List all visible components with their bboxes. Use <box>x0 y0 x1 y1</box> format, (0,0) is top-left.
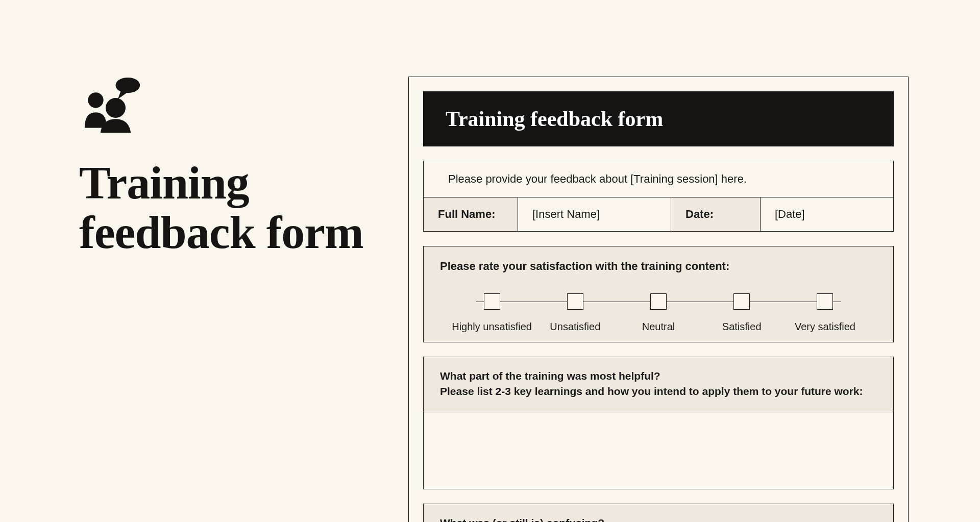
form-title-bar: Training feedback form <box>423 91 894 146</box>
rating-option: Highly unsatisfied <box>450 293 533 333</box>
date-field[interactable]: [Date] <box>761 197 893 231</box>
rating-section: Please rate your satisfaction with the t… <box>423 246 894 342</box>
rating-label: Unsatisfied <box>550 321 600 333</box>
question-prompt-line: What part of the training was most helpf… <box>440 368 877 384</box>
rating-checkbox-1[interactable] <box>484 293 500 310</box>
rating-option: Satisfied <box>700 293 783 333</box>
svg-point-0 <box>116 78 140 93</box>
question-answer-1[interactable] <box>424 412 893 489</box>
form-intro-text: Please provide your feedback about [Trai… <box>424 161 893 197</box>
hero-title: Training feedback form <box>79 158 365 257</box>
question-block-1: What part of the training was most helpf… <box>423 357 894 489</box>
rating-option: Unsatisfied <box>533 293 617 333</box>
question-prompt-1: What part of the training was most helpf… <box>424 357 893 412</box>
rating-checkbox-3[interactable] <box>650 293 667 310</box>
question-block-2: What was (or still is) confusing? <box>423 504 894 522</box>
rating-option: Very satisfied <box>783 293 867 333</box>
question-prompt-line: Please list 2-3 key learnings and how yo… <box>440 384 877 399</box>
full-name-label: Full Name: <box>424 197 518 231</box>
rating-checkbox-4[interactable] <box>733 293 750 310</box>
rating-prompt: Please rate your satisfaction with the t… <box>440 260 877 273</box>
rating-label: Very satisfied <box>795 321 855 333</box>
question-prompt-line: What was (or still is) confusing? <box>440 515 877 522</box>
date-label: Date: <box>671 197 761 231</box>
svg-point-2 <box>106 98 126 118</box>
identity-row: Full Name: [Insert Name] Date: [Date] <box>424 197 893 231</box>
svg-point-1 <box>88 92 103 108</box>
rating-scale: Highly unsatisfied Unsatisfied Neutral S… <box>440 293 877 333</box>
people-speech-icon <box>79 77 145 133</box>
full-name-field[interactable]: [Insert Name] <box>518 197 671 231</box>
rating-label: Highly unsatisfied <box>452 321 532 333</box>
rating-label: Satisfied <box>722 321 762 333</box>
rating-label: Neutral <box>642 321 675 333</box>
rating-checkbox-2[interactable] <box>567 293 583 310</box>
intro-and-identity: Please provide your feedback about [Trai… <box>423 161 894 232</box>
rating-option: Neutral <box>617 293 700 333</box>
document-preview: Training feedback form Please provide yo… <box>408 77 909 522</box>
rating-checkbox-5[interactable] <box>817 293 833 310</box>
page-root: Training feedback form Training feedback… <box>0 0 980 522</box>
hero-block: Training feedback form <box>79 77 365 257</box>
question-prompt-2: What was (or still is) confusing? <box>424 504 893 522</box>
